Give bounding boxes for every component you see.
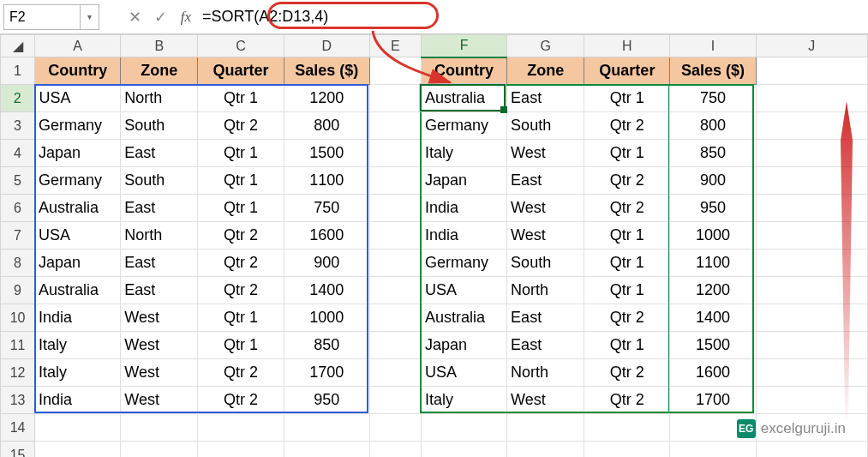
cell[interactable]: 1600 xyxy=(284,222,369,250)
cell[interactable]: East xyxy=(507,332,584,359)
cell[interactable]: South xyxy=(121,167,198,195)
name-box[interactable] xyxy=(3,4,81,30)
col-C[interactable]: C xyxy=(198,35,284,57)
cell[interactable]: India xyxy=(35,387,121,414)
col-J[interactable]: J xyxy=(756,35,867,57)
cell[interactable] xyxy=(198,414,284,442)
cell[interactable] xyxy=(369,112,421,140)
cell[interactable]: East xyxy=(121,140,198,167)
col-A[interactable]: A xyxy=(35,35,121,57)
cell[interactable] xyxy=(121,442,198,458)
row-header-6[interactable]: 6 xyxy=(1,195,35,222)
cell[interactable]: Qtr 2 xyxy=(198,359,284,387)
cell[interactable] xyxy=(369,442,421,458)
cell[interactable]: Qtr 1 xyxy=(198,140,284,167)
cell[interactable] xyxy=(369,195,421,222)
col-G[interactable]: G xyxy=(507,35,584,57)
cell[interactable]: East xyxy=(121,195,198,222)
cell[interactable] xyxy=(284,414,369,442)
cell[interactable] xyxy=(369,359,421,387)
hdr-zone-r[interactable]: Zone xyxy=(507,57,584,85)
cell[interactable]: Qtr 1 xyxy=(198,167,284,195)
name-box-dropdown[interactable]: ▾ xyxy=(81,4,99,30)
col-B[interactable]: B xyxy=(121,35,198,57)
cell[interactable]: East xyxy=(507,304,584,332)
cell[interactable]: Qtr 2 xyxy=(198,250,284,277)
cell[interactable]: India xyxy=(421,222,506,250)
cell[interactable]: 750 xyxy=(670,85,756,112)
cell[interactable] xyxy=(35,442,121,458)
cell[interactable]: 950 xyxy=(670,195,756,222)
cell[interactable]: Qtr 2 xyxy=(198,277,284,304)
cell[interactable]: 950 xyxy=(284,387,369,414)
cell[interactable]: East xyxy=(121,250,198,277)
cell[interactable]: Australia xyxy=(421,304,506,332)
cell[interactable]: India xyxy=(421,195,506,222)
cell[interactable] xyxy=(369,57,421,85)
cell[interactable]: North xyxy=(121,85,198,112)
cell[interactable]: South xyxy=(121,112,198,140)
cell[interactable]: Qtr 2 xyxy=(584,167,670,195)
enter-button[interactable]: ✓ xyxy=(147,4,173,30)
cell[interactable]: Qtr 1 xyxy=(198,195,284,222)
cell[interactable]: 1500 xyxy=(670,332,756,359)
hdr-country-r[interactable]: Country xyxy=(421,57,506,85)
cell[interactable]: East xyxy=(121,277,198,304)
cell[interactable]: North xyxy=(121,222,198,250)
row-header-14[interactable]: 14 xyxy=(1,414,35,442)
cell[interactable]: Qtr 2 xyxy=(198,387,284,414)
cell[interactable]: South xyxy=(507,112,584,140)
cell[interactable]: Qtr 2 xyxy=(584,304,670,332)
cell[interactable]: Qtr 2 xyxy=(198,112,284,140)
row-header-12[interactable]: 12 xyxy=(1,359,35,387)
select-all-corner[interactable]: ◢ xyxy=(1,35,35,57)
cell[interactable] xyxy=(756,57,867,85)
cell[interactable]: Qtr 2 xyxy=(198,222,284,250)
cell[interactable]: Qtr 2 xyxy=(584,359,670,387)
cell[interactable]: Italy xyxy=(35,359,121,387)
cell[interactable] xyxy=(584,442,670,458)
cell[interactable]: West xyxy=(121,332,198,359)
cell[interactable]: Qtr 2 xyxy=(584,387,670,414)
cell[interactable]: Japan xyxy=(35,140,121,167)
cell[interactable]: 900 xyxy=(670,167,756,195)
cell[interactable]: 800 xyxy=(670,112,756,140)
cell[interactable]: Qtr 1 xyxy=(584,250,670,277)
col-F[interactable]: F xyxy=(421,35,506,57)
cell[interactable]: Qtr 2 xyxy=(584,195,670,222)
insert-function-button[interactable]: fx xyxy=(173,4,199,30)
row-header-5[interactable]: 5 xyxy=(1,167,35,195)
cell[interactable]: Qtr 1 xyxy=(584,85,670,112)
cell[interactable]: 1000 xyxy=(670,222,756,250)
cell[interactable]: Qtr 1 xyxy=(198,85,284,112)
row-header-3[interactable]: 3 xyxy=(1,112,35,140)
cell[interactable] xyxy=(369,167,421,195)
cell[interactable]: Germany xyxy=(35,112,121,140)
cell[interactable] xyxy=(756,359,867,387)
cell[interactable]: USA xyxy=(35,222,121,250)
cell[interactable]: Qtr 1 xyxy=(198,332,284,359)
cell[interactable]: West xyxy=(121,387,198,414)
cell[interactable] xyxy=(584,414,670,442)
cell[interactable]: Qtr 2 xyxy=(584,112,670,140)
formula-input[interactable] xyxy=(199,4,865,30)
cell[interactable]: 900 xyxy=(284,250,369,277)
cell[interactable] xyxy=(670,442,756,458)
cell[interactable]: 1400 xyxy=(670,304,756,332)
cell[interactable]: 850 xyxy=(284,332,369,359)
row-header-4[interactable]: 4 xyxy=(1,140,35,167)
cell[interactable] xyxy=(756,387,867,414)
cell[interactable]: Australia xyxy=(421,85,506,112)
cell[interactable]: Germany xyxy=(421,112,506,140)
cancel-button[interactable]: ✕ xyxy=(122,4,147,30)
col-I[interactable]: I xyxy=(670,35,756,57)
row-header-9[interactable]: 9 xyxy=(1,277,35,304)
row-header-15[interactable]: 15 xyxy=(1,442,35,458)
cell[interactable]: 1200 xyxy=(284,85,369,112)
cell[interactable]: Qtr 1 xyxy=(584,332,670,359)
cell[interactable]: West xyxy=(507,387,584,414)
cell[interactable]: 850 xyxy=(670,140,756,167)
hdr-quarter-r[interactable]: Quarter xyxy=(584,57,670,85)
cell[interactable]: 1700 xyxy=(284,359,369,387)
hdr-sales[interactable]: Sales ($) xyxy=(284,57,369,85)
